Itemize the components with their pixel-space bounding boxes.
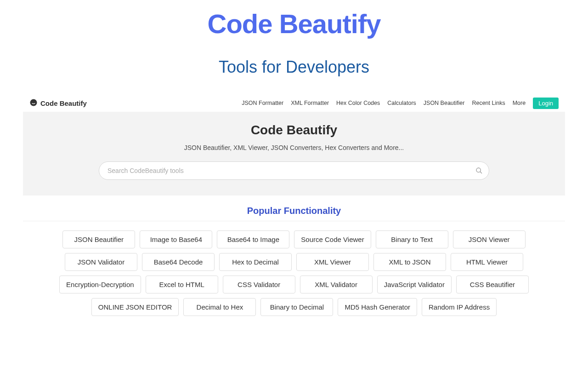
- navbar: Code Beautify JSON Formatter XML Formatt…: [23, 94, 565, 112]
- hero-heading: Code Beautify: [23, 123, 565, 138]
- tool-card[interactable]: Base64 to Image: [217, 230, 289, 248]
- tool-card[interactable]: JSON Validator: [65, 253, 137, 271]
- section-title: Popular Functionality: [23, 206, 565, 221]
- brand-icon: [29, 98, 38, 108]
- tool-card[interactable]: Hex to Decimal: [219, 253, 292, 271]
- brand-text: Code Beautify: [40, 99, 87, 107]
- tool-card[interactable]: XML to JSON: [373, 253, 446, 271]
- tool-card[interactable]: Base64 Decode: [142, 253, 215, 271]
- tool-card[interactable]: Decimal to Hex: [183, 298, 256, 316]
- tool-card[interactable]: JavaScript Validator: [377, 276, 452, 293]
- tool-card[interactable]: Image to Base64: [140, 230, 212, 248]
- tool-card[interactable]: HTML Viewer: [451, 253, 523, 271]
- cards-container: JSON BeautifierImage to Base64Base64 to …: [37, 230, 551, 316]
- svg-line-2: [480, 172, 482, 173]
- nav-link-json-beautifier[interactable]: JSON Beautifier: [424, 100, 465, 106]
- nav-link-calculators[interactable]: Calculators: [387, 100, 416, 106]
- page-subtitle: Tools for Developers: [0, 58, 588, 77]
- tool-card[interactable]: XML Viewer: [296, 253, 369, 271]
- tool-card[interactable]: Binary to Decimal: [260, 298, 333, 316]
- svg-point-0: [30, 99, 37, 106]
- search-input[interactable]: [99, 161, 489, 180]
- nav-link-xml-formatter[interactable]: XML Formatter: [291, 100, 329, 106]
- tool-card[interactable]: JSON Viewer: [453, 230, 526, 248]
- search-wrap: [99, 161, 489, 180]
- tool-card[interactable]: ONLINE JSON EDITOR: [91, 298, 179, 316]
- tool-card[interactable]: Encryption-Decryption: [59, 276, 141, 293]
- nav-link-hex-color[interactable]: Hex Color Codes: [336, 100, 380, 106]
- nav-link-more[interactable]: More: [513, 100, 526, 106]
- nav-right: JSON Formatter XML Formatter Hex Color C…: [242, 98, 559, 109]
- brand[interactable]: Code Beautify: [29, 98, 87, 108]
- svg-point-1: [476, 168, 481, 172]
- tool-card[interactable]: CSS Beautifier: [456, 276, 529, 293]
- tool-card[interactable]: JSON Beautifier: [62, 230, 135, 248]
- tool-card[interactable]: Source Code Viewer: [294, 230, 371, 248]
- login-button[interactable]: Login: [533, 98, 559, 109]
- page-title: Code Beautify: [0, 8, 588, 39]
- tool-card[interactable]: CSS Validator: [223, 276, 295, 293]
- search-icon[interactable]: [475, 167, 483, 174]
- tool-card[interactable]: XML Validator: [300, 276, 373, 293]
- nav-link-json-formatter[interactable]: JSON Formatter: [242, 100, 283, 106]
- hero-box: Code Beautify JSON Beautifier, XML Viewe…: [23, 112, 565, 196]
- nav-link-recent[interactable]: Recent Links: [472, 100, 505, 106]
- hero-description: JSON Beautifier, XML Viewer, JSON Conver…: [23, 144, 565, 151]
- tool-card[interactable]: Binary to Text: [376, 230, 448, 248]
- tool-card[interactable]: Random IP Address: [422, 298, 497, 316]
- tool-card[interactable]: MD5 Hash Generator: [338, 298, 417, 316]
- tool-card[interactable]: Excel to HTML: [146, 276, 218, 293]
